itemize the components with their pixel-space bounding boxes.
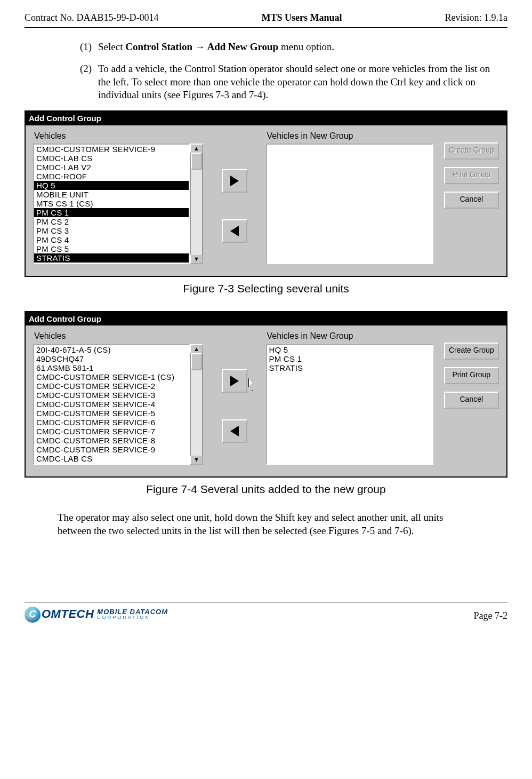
list-item[interactable]: PM CS 1 (34, 208, 189, 217)
list-item[interactable]: CMDC-CUSTOMER SERVICE-1 (CS) (34, 372, 189, 381)
list-item[interactable]: CMDC-CUSTOMER SERVICE-8 (34, 436, 189, 445)
scroll-down-icon[interactable]: ▼ (191, 456, 202, 464)
list-item[interactable]: PM CS 3 (34, 226, 189, 235)
add-control-group-dialog-2: Add Control Group Vehicles 20I-40-671-A-… (25, 311, 507, 478)
vehicles-list-2[interactable]: 20I-40-671-A-5 (CS)49DSCHQ4761 ASMB 581-… (33, 344, 190, 465)
logo-globe-icon: C (25, 607, 41, 623)
vehicles-label-2: Vehicles (34, 331, 203, 342)
list-item[interactable]: CMDC-CUSTOMER SERVICE-3 (34, 391, 189, 400)
figure-7-4-caption: Figure 7-4 Several units added to the ne… (25, 482, 507, 496)
header-center: MTS Users Manual (261, 12, 342, 24)
list-item[interactable]: 61 ASMB 581-1 (34, 363, 189, 372)
list-item[interactable]: CMDC-LAB V2 (34, 163, 189, 172)
vehicles-scrollbar-2[interactable]: ▲ ▼ (190, 344, 203, 465)
list-item[interactable]: 49DSCHQ47 (34, 354, 189, 363)
list-item[interactable]: CMDC-CUSTOMER SERVICE-9 (34, 145, 189, 154)
add-control-group-dialog-1: Add Control Group Vehicles CMDC-CUSTOMER… (25, 110, 507, 277)
right-arrow-icon (230, 376, 239, 386)
list-item[interactable]: 20I-40-671-A-5 (CS) (34, 345, 189, 354)
scroll-up-icon[interactable]: ▲ (191, 145, 202, 153)
step-1-number: (1) (80, 41, 98, 54)
new-group-label-2: Vehicles in New Group (267, 331, 433, 342)
dialog-2-title: Add Control Group (26, 312, 506, 326)
cancel-button[interactable]: Cancel (444, 192, 499, 209)
header-right: Revision: 1.9.1a (445, 12, 507, 24)
header-left: Contract No. DAAB15-99-D-0014 (25, 12, 158, 24)
step-2-number: (2) (80, 62, 98, 102)
new-group-list[interactable] (266, 144, 433, 264)
list-item[interactable]: STRATIS (34, 253, 189, 263)
print-group-button-2[interactable]: Print Group (444, 367, 499, 384)
create-group-button-2[interactable]: Create Group (444, 343, 499, 360)
list-item[interactable]: CMDC-CUSTOMER SERVICE-2 (34, 381, 189, 391)
create-group-button[interactable]: Create Group (444, 142, 499, 160)
vehicles-scrollbar[interactable]: ▲ ▼ (190, 144, 203, 264)
header-rule (25, 27, 507, 28)
footer-rule (25, 602, 507, 602)
new-group-label: Vehicles in New Group (267, 131, 433, 142)
list-item[interactable]: HQ 5 (34, 181, 189, 190)
list-item[interactable]: CMDC-CUSTOMER SERVICE-4 (34, 400, 189, 409)
figure-7-3-caption: Figure 7-3 Selecting several units (25, 281, 507, 296)
page-number: Page 7-2 (474, 610, 507, 622)
list-item[interactable]: CMDC-CUSTOMER SERVICE-9 (34, 445, 189, 454)
left-arrow-icon (230, 426, 239, 436)
remove-from-group-button[interactable] (222, 219, 247, 243)
list-item[interactable]: CMDC-LAB CS (34, 154, 189, 163)
step-2-text: To add a vehicle, the Control Station op… (98, 62, 507, 102)
list-item[interactable]: PM CS 2 (34, 217, 189, 226)
list-item[interactable]: PM CS 1 (267, 354, 432, 363)
list-item[interactable]: HQ 5 (267, 345, 432, 354)
right-arrow-icon (230, 176, 239, 186)
vehicles-label: Vehicles (34, 131, 203, 142)
step-1-text: Select Control Station → Add New Group m… (98, 41, 507, 54)
list-item[interactable]: CMDC-CUSTOMER SERVICE-6 (34, 418, 189, 427)
list-item[interactable]: STRATIS (267, 363, 432, 372)
new-group-list-2[interactable]: HQ 5PM CS 1STRATIS (266, 344, 433, 465)
scroll-up-icon[interactable]: ▲ (191, 345, 202, 353)
comtech-logo: C OMTECH MOBILE DATACOM CORPORATION (25, 607, 168, 623)
scroll-down-icon[interactable]: ▼ (191, 255, 202, 263)
list-item[interactable]: PM CS 5 (34, 244, 189, 253)
print-group-button[interactable]: Print Group (444, 167, 499, 184)
remove-from-group-button-2[interactable] (222, 419, 247, 443)
add-to-group-button[interactable] (222, 169, 247, 193)
dialog-1-title: Add Control Group (26, 112, 506, 125)
shift-select-paragraph: The operator may also select one unit, h… (58, 511, 474, 537)
list-item[interactable]: MOBILE UNIT (34, 190, 189, 199)
list-item[interactable]: PM CS 4 (34, 235, 189, 244)
list-item[interactable]: CMDC-CUSTOMER SERVICE-7 (34, 427, 189, 436)
add-to-group-button-2[interactable] (222, 369, 247, 393)
vehicles-list[interactable]: CMDC-CUSTOMER SERVICE-9CMDC-LAB CSCMDC-L… (33, 144, 190, 264)
list-item[interactable]: CMDC-CUSTOMER SERVICE-5 (34, 409, 189, 418)
list-item[interactable]: CMDC-LAB CS (34, 454, 189, 463)
list-item[interactable]: MTS CS 1 (CS) (34, 199, 189, 208)
list-item[interactable]: CMDC-ROOF (34, 172, 189, 181)
left-arrow-icon (230, 226, 239, 236)
cancel-button-2[interactable]: Cancel (444, 392, 499, 409)
